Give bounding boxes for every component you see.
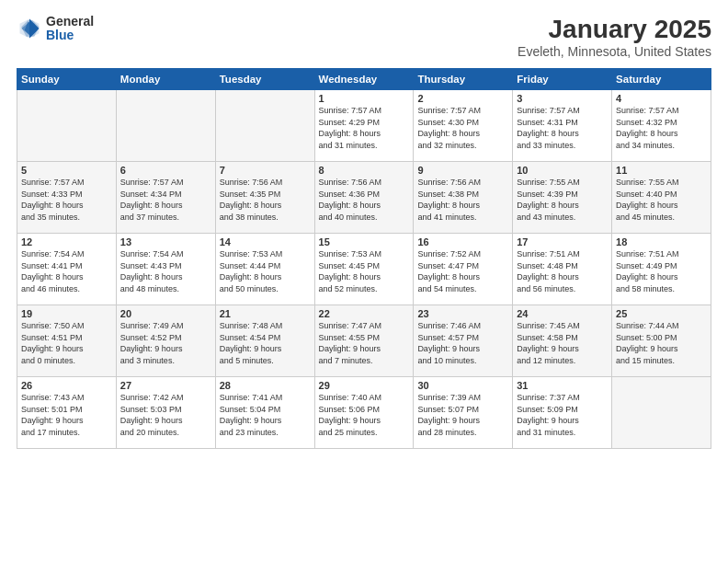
day-info: Sunrise: 7:57 AM Sunset: 4:31 PM Dayligh… — [517, 105, 608, 151]
calendar-cell-w1-d6: 3Sunrise: 7:57 AM Sunset: 4:31 PM Daylig… — [513, 90, 612, 162]
calendar-cell-w1-d4: 1Sunrise: 7:57 AM Sunset: 4:29 PM Daylig… — [314, 90, 414, 162]
day-info: Sunrise: 7:54 AM Sunset: 4:41 PM Dayligh… — [21, 248, 112, 294]
day-info: Sunrise: 7:37 AM Sunset: 5:09 PM Dayligh… — [517, 392, 608, 438]
day-info: Sunrise: 7:46 AM Sunset: 4:57 PM Dayligh… — [417, 320, 508, 366]
day-number: 30 — [417, 380, 508, 391]
calendar-cell-w4-d3: 21Sunrise: 7:48 AM Sunset: 4:54 PM Dayli… — [215, 305, 314, 377]
calendar-cell-w4-d4: 22Sunrise: 7:47 AM Sunset: 4:55 PM Dayli… — [314, 305, 414, 377]
day-number: 18 — [616, 236, 707, 247]
day-number: 1 — [319, 93, 410, 104]
day-info: Sunrise: 7:53 AM Sunset: 4:45 PM Dayligh… — [319, 248, 410, 294]
day-info: Sunrise: 7:50 AM Sunset: 4:51 PM Dayligh… — [21, 320, 112, 366]
day-number: 29 — [319, 380, 410, 391]
day-number: 5 — [21, 165, 112, 176]
day-info: Sunrise: 7:41 AM Sunset: 5:04 PM Dayligh… — [220, 392, 311, 438]
calendar-cell-w4-d7: 25Sunrise: 7:44 AM Sunset: 5:00 PM Dayli… — [612, 305, 711, 377]
day-number: 15 — [319, 236, 410, 247]
day-number: 8 — [319, 165, 410, 176]
day-info: Sunrise: 7:53 AM Sunset: 4:44 PM Dayligh… — [220, 248, 311, 294]
day-number: 2 — [417, 93, 508, 104]
calendar-cell-w2-d3: 7Sunrise: 7:56 AM Sunset: 4:35 PM Daylig… — [215, 162, 314, 234]
calendar-cell-w2-d5: 9Sunrise: 7:56 AM Sunset: 4:38 PM Daylig… — [414, 162, 513, 234]
logo-general-text: General — [46, 15, 94, 29]
day-number: 25 — [616, 308, 707, 319]
calendar-cell-w1-d3 — [215, 90, 314, 162]
day-number: 10 — [517, 165, 608, 176]
day-number: 28 — [220, 380, 311, 391]
title-block: January 2025 Eveleth, Minnesota, United … — [518, 15, 711, 59]
logo-icon — [17, 16, 42, 41]
day-number: 12 — [21, 236, 112, 247]
calendar-cell-w3-d1: 12Sunrise: 7:54 AM Sunset: 4:41 PM Dayli… — [17, 234, 117, 305]
day-info: Sunrise: 7:40 AM Sunset: 5:06 PM Dayligh… — [319, 392, 410, 438]
header-wednesday: Wednesday — [314, 69, 414, 90]
day-number: 27 — [120, 380, 211, 391]
calendar-cell-w5-d3: 28Sunrise: 7:41 AM Sunset: 5:04 PM Dayli… — [215, 377, 314, 449]
day-number: 7 — [220, 165, 311, 176]
day-info: Sunrise: 7:55 AM Sunset: 4:39 PM Dayligh… — [517, 177, 608, 223]
week-row-4: 19Sunrise: 7:50 AM Sunset: 4:51 PM Dayli… — [17, 305, 711, 377]
day-info: Sunrise: 7:51 AM Sunset: 4:48 PM Dayligh… — [517, 248, 608, 294]
day-info: Sunrise: 7:57 AM Sunset: 4:34 PM Dayligh… — [120, 177, 211, 223]
header-saturday: Saturday — [612, 69, 711, 90]
calendar-cell-w2-d6: 10Sunrise: 7:55 AM Sunset: 4:39 PM Dayli… — [513, 162, 612, 234]
day-info: Sunrise: 7:55 AM Sunset: 4:40 PM Dayligh… — [616, 177, 707, 223]
header-monday: Monday — [116, 69, 215, 90]
calendar-cell-w1-d7: 4Sunrise: 7:57 AM Sunset: 4:32 PM Daylig… — [612, 90, 711, 162]
calendar-cell-w1-d2 — [116, 90, 215, 162]
calendar-cell-w5-d1: 26Sunrise: 7:43 AM Sunset: 5:01 PM Dayli… — [17, 377, 117, 449]
calendar-cell-w2-d7: 11Sunrise: 7:55 AM Sunset: 4:40 PM Dayli… — [612, 162, 711, 234]
calendar-cell-w3-d5: 16Sunrise: 7:52 AM Sunset: 4:47 PM Dayli… — [414, 234, 513, 305]
day-info: Sunrise: 7:47 AM Sunset: 4:55 PM Dayligh… — [319, 320, 410, 366]
header-friday: Friday — [513, 69, 612, 90]
page: General Blue January 2025 Eveleth, Minne… — [0, 0, 728, 563]
day-info: Sunrise: 7:45 AM Sunset: 4:58 PM Dayligh… — [517, 320, 608, 366]
calendar-cell-w5-d6: 31Sunrise: 7:37 AM Sunset: 5:09 PM Dayli… — [513, 377, 612, 449]
day-number: 11 — [616, 165, 707, 176]
calendar-cell-w1-d5: 2Sunrise: 7:57 AM Sunset: 4:30 PM Daylig… — [414, 90, 513, 162]
main-title: January 2025 — [518, 15, 711, 44]
day-number: 9 — [417, 165, 508, 176]
day-info: Sunrise: 7:56 AM Sunset: 4:35 PM Dayligh… — [220, 177, 311, 223]
calendar-cell-w1-d1 — [17, 90, 117, 162]
calendar-cell-w4-d6: 24Sunrise: 7:45 AM Sunset: 4:58 PM Dayli… — [513, 305, 612, 377]
day-number: 14 — [220, 236, 311, 247]
week-row-1: 1Sunrise: 7:57 AM Sunset: 4:29 PM Daylig… — [17, 90, 711, 162]
day-info: Sunrise: 7:52 AM Sunset: 4:47 PM Dayligh… — [417, 248, 508, 294]
calendar-cell-w5-d4: 29Sunrise: 7:40 AM Sunset: 5:06 PM Dayli… — [314, 377, 414, 449]
calendar-cell-w4-d1: 19Sunrise: 7:50 AM Sunset: 4:51 PM Dayli… — [17, 305, 117, 377]
day-number: 31 — [517, 380, 608, 391]
logo-text: General Blue — [46, 15, 94, 43]
weekday-header-row: Sunday Monday Tuesday Wednesday Thursday… — [17, 69, 711, 90]
day-number: 3 — [517, 93, 608, 104]
day-number: 23 — [417, 308, 508, 319]
day-number: 6 — [120, 165, 211, 176]
day-number: 19 — [21, 308, 112, 319]
calendar-cell-w5-d7 — [612, 377, 711, 449]
header-sunday: Sunday — [17, 69, 117, 90]
day-number: 24 — [517, 308, 608, 319]
calendar: Sunday Monday Tuesday Wednesday Thursday… — [17, 68, 711, 449]
day-info: Sunrise: 7:57 AM Sunset: 4:32 PM Dayligh… — [616, 105, 707, 151]
day-info: Sunrise: 7:49 AM Sunset: 4:52 PM Dayligh… — [120, 320, 211, 366]
calendar-cell-w2-d1: 5Sunrise: 7:57 AM Sunset: 4:33 PM Daylig… — [17, 162, 117, 234]
logo-blue-text: Blue — [46, 29, 94, 42]
day-info: Sunrise: 7:39 AM Sunset: 5:07 PM Dayligh… — [417, 392, 508, 438]
week-row-3: 12Sunrise: 7:54 AM Sunset: 4:41 PM Dayli… — [17, 234, 711, 305]
day-number: 21 — [220, 308, 311, 319]
day-info: Sunrise: 7:48 AM Sunset: 4:54 PM Dayligh… — [220, 320, 311, 366]
day-number: 13 — [120, 236, 211, 247]
day-number: 17 — [517, 236, 608, 247]
day-info: Sunrise: 7:42 AM Sunset: 5:03 PM Dayligh… — [120, 392, 211, 438]
calendar-cell-w3-d4: 15Sunrise: 7:53 AM Sunset: 4:45 PM Dayli… — [314, 234, 414, 305]
calendar-cell-w5-d2: 27Sunrise: 7:42 AM Sunset: 5:03 PM Dayli… — [116, 377, 215, 449]
day-number: 4 — [616, 93, 707, 104]
calendar-cell-w5-d5: 30Sunrise: 7:39 AM Sunset: 5:07 PM Dayli… — [414, 377, 513, 449]
subtitle: Eveleth, Minnesota, United States — [518, 44, 711, 59]
calendar-cell-w3-d3: 14Sunrise: 7:53 AM Sunset: 4:44 PM Dayli… — [215, 234, 314, 305]
header-tuesday: Tuesday — [215, 69, 314, 90]
week-row-5: 26Sunrise: 7:43 AM Sunset: 5:01 PM Dayli… — [17, 377, 711, 449]
calendar-cell-w3-d7: 18Sunrise: 7:51 AM Sunset: 4:49 PM Dayli… — [612, 234, 711, 305]
day-info: Sunrise: 7:43 AM Sunset: 5:01 PM Dayligh… — [21, 392, 112, 438]
header-thursday: Thursday — [414, 69, 513, 90]
